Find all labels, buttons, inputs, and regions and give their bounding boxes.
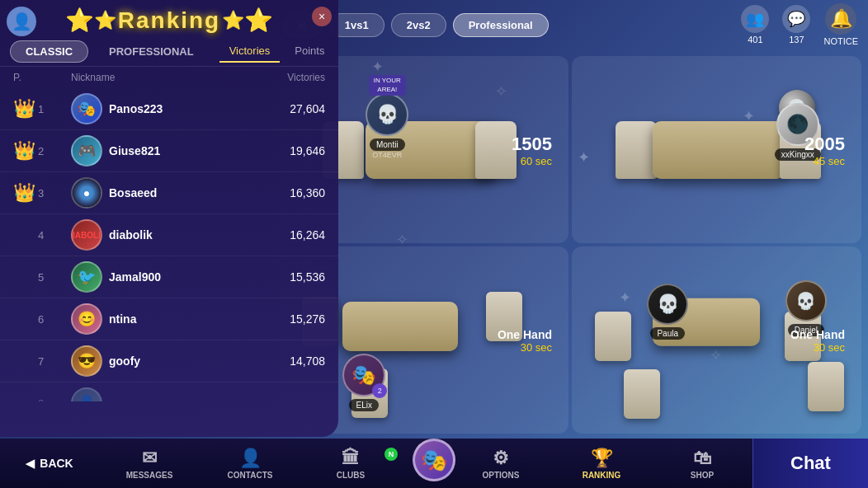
victories-7: 14,708 — [251, 354, 325, 368]
pos-4: 4 — [38, 229, 71, 242]
name-3: Bosaeed — [109, 186, 157, 199]
ranking-title-bar: 👤 ⭐ ⭐ Ranking ⭐ ⭐ × — [0, 0, 338, 37]
victories-2: 19,646 — [251, 144, 325, 157]
user-avatar: 👤 — [7, 7, 36, 36]
friends-button[interactable]: 👥 401 — [741, 5, 769, 45]
tab-2vs2[interactable]: 2vs2 — [391, 13, 446, 37]
avatar-5: 🐦 — [71, 261, 102, 293]
tab-professional[interactable]: Professional — [453, 13, 549, 37]
table-row[interactable]: 8 👤 — [0, 382, 338, 401]
clubs-badge: N — [384, 448, 398, 461]
player-elix: 🎭 2 ELix — [342, 354, 385, 411]
chat-button[interactable]: Chat — [752, 439, 868, 488]
game-table-4[interactable]: 💀 Paula 💀 Daniel One Hand 30 sec — [572, 246, 861, 434]
table-surface-2 — [653, 121, 785, 179]
tab-classic[interactable]: CLASSIC — [10, 40, 88, 63]
nav-contacts-wrapper: 👤 cOntACTS — [200, 444, 300, 483]
profile-avatar[interactable]: 🎭 — [413, 439, 455, 481]
nav-options[interactable]: ⚙ OPTIONS — [451, 444, 551, 483]
table-row[interactable]: 7 😎 goofy 14,708 — [0, 340, 338, 382]
options-nav-icon: ⚙ — [493, 448, 509, 469]
player-name-paula: Paula — [650, 327, 685, 340]
messages-button[interactable]: 💬 137 — [782, 5, 810, 45]
chair-bl4 — [624, 369, 660, 419]
chair-left-2 — [616, 121, 657, 179]
chat-label: Chat — [790, 453, 831, 474]
subtab-victories[interactable]: Victories — [219, 40, 281, 63]
table-row[interactable]: 👑 1 🎭 Panos223 27,604 — [0, 88, 338, 130]
ranking-nav-label: RANKING — [583, 471, 621, 480]
tab-professional[interactable]: PROFESSIONAL — [93, 40, 210, 63]
avatar-8: 👤 — [71, 387, 102, 401]
friends-icon: 👥 — [741, 5, 769, 33]
nav-contacts[interactable]: 👤 cOntACTS — [200, 444, 300, 483]
contacts-nav-label: cOntACTS — [228, 471, 273, 480]
victories-1: 27,604 — [251, 102, 325, 115]
player-avatar-montii: 💀 — [366, 93, 408, 136]
table-row[interactable]: 6 😊 ntina 15,276 — [0, 298, 338, 340]
medal-2: 👑 — [13, 140, 38, 162]
player-avatar-paula: 💀 — [647, 284, 688, 325]
nav-ranking-wrapper: 🏆 RANKING — [551, 444, 652, 483]
nav-messages[interactable]: ✉ MESSAGES — [99, 444, 200, 483]
mode-label-4: One Hand — [790, 327, 845, 340]
notice-button[interactable]: 🔔 NOTICE — [823, 3, 858, 46]
score-info-2: 2005 45 sec — [804, 133, 845, 167]
name-6: ntina — [109, 312, 136, 326]
pos-2: 2 — [38, 145, 71, 157]
notice-icon: 🔔 — [825, 3, 856, 35]
pos-6: 6 — [38, 313, 71, 326]
ranking-nav-icon: 🏆 — [591, 448, 613, 469]
avatar-6: 😊 — [71, 303, 102, 335]
clubs-nav-icon: 🏛 — [342, 448, 360, 469]
table-surface-3 — [342, 302, 458, 351]
star-left2: ⭐ — [94, 10, 116, 31]
col-nickname: Nickname — [71, 72, 251, 83]
top-nav: ic 1vs1 2vs2 Professional 👥 401 💬 137 🔔 … — [272, 0, 868, 49]
col-pos: P. — [13, 72, 38, 83]
nav-clubs-wrapper: N 🏛 CLUBS — [300, 444, 401, 483]
back-button[interactable]: ◀ BACK — [0, 457, 99, 470]
table-row[interactable]: 👑 3 ● Bosaeed 16,360 — [0, 172, 338, 214]
star-left: ⭐ — [65, 7, 94, 34]
top-right-area: 👥 401 💬 137 🔔 NOTICE — [741, 3, 858, 46]
nav-shop-wrapper: 🛍 SHOP — [652, 444, 752, 483]
ranking-tabs: CLASSIC PROFESSIONAL Victories Points — [0, 37, 338, 67]
score-value-1: 1505 — [512, 133, 552, 154]
ranking-panel: 👤 ⭐ ⭐ Ranking ⭐ ⭐ × CLASSIC PROFESSIONAL… — [0, 0, 338, 437]
avatar-2: 🎮 — [71, 135, 102, 167]
score-time-2: 45 sec — [804, 154, 845, 167]
subtab-points[interactable]: Points — [285, 40, 334, 63]
nav-ranking[interactable]: 🏆 RANKING — [551, 444, 652, 483]
player-name-elix: ELix — [349, 399, 378, 411]
medal-3: 👑 — [13, 182, 38, 204]
ranking-title-text: Ranking — [118, 7, 220, 34]
contacts-nav-icon: 👤 — [239, 448, 262, 469]
name-1: Panos223 — [109, 102, 163, 115]
table-row[interactable]: 4 DIABOLIK diabolik 16,264 — [0, 214, 338, 256]
table-row[interactable]: 👑 2 🎮 Giuse821 19,646 — [0, 130, 338, 172]
pos-7: 7 — [38, 355, 71, 368]
nav-clubs[interactable]: N 🏛 CLUBS — [300, 444, 401, 483]
avatar-1: 🎭 — [71, 93, 102, 124]
pos-1: 1 — [38, 103, 71, 115]
table-row[interactable]: 5 🐦 Jamal900 15,536 — [0, 256, 338, 298]
back-label: BACK — [40, 457, 73, 470]
nav-shop[interactable]: 🛍 SHOP — [652, 444, 752, 483]
pos-5: 5 — [38, 271, 71, 284]
game-table-2[interactable]: 💀 🌑 xxKingxx 2005 45 sec — [572, 56, 861, 243]
player-avatar-daniel: 💀 — [785, 280, 827, 321]
ranking-header: P. Nickname Victories — [0, 67, 338, 88]
name-4: diabolik — [109, 228, 153, 242]
avatar-7: 😎 — [71, 345, 102, 377]
game-area: IN YOURAREA! 💀 Montii OT4EVR 1505 60 sec — [272, 49, 868, 440]
friends-count: 401 — [748, 35, 762, 45]
back-arrow-icon: ◀ — [26, 457, 35, 470]
ranking-list: 👑 1 🎭 Panos223 27,604 👑 2 🎮 Giuse821 19,… — [0, 88, 338, 401]
name-7: goofy — [109, 354, 140, 368]
in-area-badge: IN YOURAREA! — [370, 75, 405, 96]
shop-nav-label: SHOP — [691, 471, 714, 480]
avatar-3: ● — [71, 177, 102, 209]
name-5: Jamal900 — [109, 270, 161, 284]
close-button[interactable]: × — [312, 7, 332, 26]
